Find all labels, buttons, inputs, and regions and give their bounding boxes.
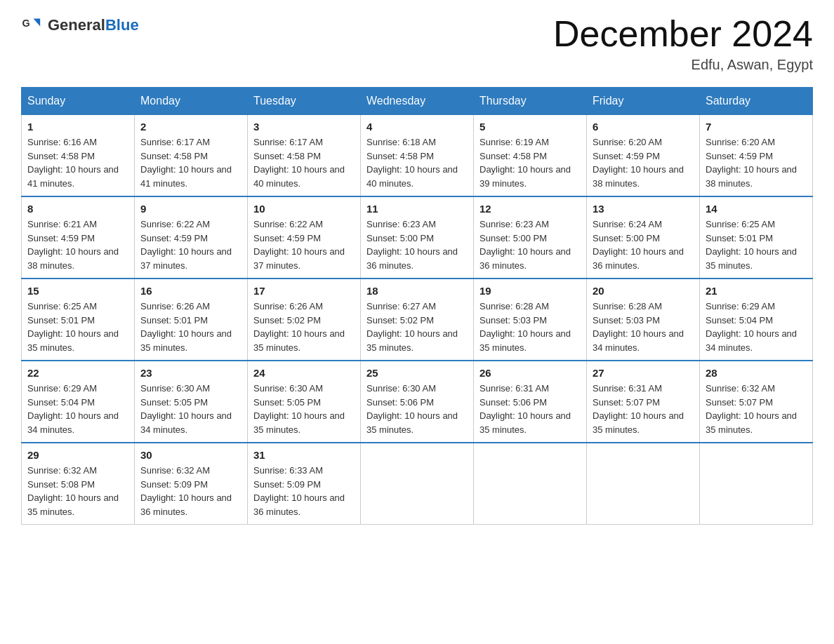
header-saturday: Saturday bbox=[700, 88, 813, 115]
sun-info: Sunrise: 6:30 AMSunset: 5:05 PMDaylight:… bbox=[140, 383, 232, 435]
day-number: 10 bbox=[253, 203, 355, 215]
calendar-cell: 20 Sunrise: 6:28 AMSunset: 5:03 PMDaylig… bbox=[587, 279, 700, 361]
logo-icon: G bbox=[21, 14, 44, 36]
week-row-4: 22 Sunrise: 6:29 AMSunset: 5:04 PMDaylig… bbox=[22, 361, 813, 443]
calendar-cell: 5 Sunrise: 6:19 AMSunset: 4:58 PMDayligh… bbox=[474, 115, 587, 197]
sun-info: Sunrise: 6:26 AMSunset: 5:02 PMDaylight:… bbox=[253, 301, 345, 353]
calendar-cell: 1 Sunrise: 6:16 AMSunset: 4:58 PMDayligh… bbox=[22, 115, 135, 197]
day-number: 14 bbox=[706, 203, 807, 215]
sun-info: Sunrise: 6:26 AMSunset: 5:01 PMDaylight:… bbox=[140, 301, 232, 353]
day-number: 11 bbox=[366, 203, 468, 215]
sun-info: Sunrise: 6:25 AMSunset: 5:01 PMDaylight:… bbox=[27, 301, 119, 353]
sun-info: Sunrise: 6:22 AMSunset: 4:59 PMDaylight:… bbox=[253, 219, 345, 271]
calendar-cell: 15 Sunrise: 6:25 AMSunset: 5:01 PMDaylig… bbox=[22, 279, 135, 361]
calendar-cell: 22 Sunrise: 6:29 AMSunset: 5:04 PMDaylig… bbox=[22, 361, 135, 443]
day-number: 13 bbox=[593, 203, 694, 215]
sun-info: Sunrise: 6:32 AMSunset: 5:08 PMDaylight:… bbox=[27, 465, 119, 517]
day-number: 9 bbox=[140, 203, 241, 215]
calendar-cell: 11 Sunrise: 6:23 AMSunset: 5:00 PMDaylig… bbox=[361, 196, 474, 279]
header-wednesday: Wednesday bbox=[361, 88, 474, 115]
calendar-cell: 9 Sunrise: 6:22 AMSunset: 4:59 PMDayligh… bbox=[135, 196, 248, 279]
calendar-cell bbox=[700, 443, 813, 525]
day-number: 15 bbox=[27, 285, 128, 297]
day-number: 18 bbox=[366, 285, 468, 297]
day-number: 8 bbox=[27, 203, 128, 215]
svg-marker-1 bbox=[34, 18, 41, 26]
calendar-cell: 23 Sunrise: 6:30 AMSunset: 5:05 PMDaylig… bbox=[135, 361, 248, 443]
sun-info: Sunrise: 6:28 AMSunset: 5:03 PMDaylight:… bbox=[593, 301, 684, 353]
sun-info: Sunrise: 6:19 AMSunset: 4:58 PMDaylight:… bbox=[479, 137, 571, 189]
day-number: 31 bbox=[253, 449, 355, 461]
calendar-cell: 17 Sunrise: 6:26 AMSunset: 5:02 PMDaylig… bbox=[248, 279, 361, 361]
calendar-cell bbox=[587, 443, 700, 525]
sun-info: Sunrise: 6:32 AMSunset: 5:07 PMDaylight:… bbox=[706, 383, 797, 435]
sun-info: Sunrise: 6:17 AMSunset: 4:58 PMDaylight:… bbox=[253, 137, 345, 189]
logo: G GeneralBlue bbox=[21, 14, 139, 36]
logo-general-text: General bbox=[48, 16, 105, 34]
day-number: 27 bbox=[593, 367, 694, 379]
day-number: 4 bbox=[366, 121, 468, 133]
sun-info: Sunrise: 6:20 AMSunset: 4:59 PMDaylight:… bbox=[706, 137, 797, 189]
sun-info: Sunrise: 6:30 AMSunset: 5:05 PMDaylight:… bbox=[253, 383, 345, 435]
calendar-cell: 27 Sunrise: 6:31 AMSunset: 5:07 PMDaylig… bbox=[587, 361, 700, 443]
day-number: 6 bbox=[593, 121, 694, 133]
calendar-cell: 18 Sunrise: 6:27 AMSunset: 5:02 PMDaylig… bbox=[361, 279, 474, 361]
calendar-cell: 26 Sunrise: 6:31 AMSunset: 5:06 PMDaylig… bbox=[474, 361, 587, 443]
calendar-cell: 3 Sunrise: 6:17 AMSunset: 4:58 PMDayligh… bbox=[248, 115, 361, 197]
day-number: 29 bbox=[27, 449, 128, 461]
calendar-cell: 14 Sunrise: 6:25 AMSunset: 5:01 PMDaylig… bbox=[700, 196, 813, 279]
sun-info: Sunrise: 6:24 AMSunset: 5:00 PMDaylight:… bbox=[593, 219, 684, 271]
day-number: 26 bbox=[479, 367, 581, 379]
day-number: 3 bbox=[253, 121, 355, 133]
location: Edfu, Aswan, Egypt bbox=[553, 57, 813, 73]
day-number: 30 bbox=[140, 449, 241, 461]
calendar-cell bbox=[474, 443, 587, 525]
calendar-cell: 8 Sunrise: 6:21 AMSunset: 4:59 PMDayligh… bbox=[22, 196, 135, 279]
week-row-3: 15 Sunrise: 6:25 AMSunset: 5:01 PMDaylig… bbox=[22, 279, 813, 361]
day-number: 24 bbox=[253, 367, 355, 379]
week-row-1: 1 Sunrise: 6:16 AMSunset: 4:58 PMDayligh… bbox=[22, 115, 813, 197]
day-number: 17 bbox=[253, 285, 355, 297]
day-number: 12 bbox=[479, 203, 581, 215]
calendar-cell: 29 Sunrise: 6:32 AMSunset: 5:08 PMDaylig… bbox=[22, 443, 135, 525]
sun-info: Sunrise: 6:21 AMSunset: 4:59 PMDaylight:… bbox=[27, 219, 119, 271]
header-friday: Friday bbox=[587, 88, 700, 115]
page-header: G GeneralBlue December 2024 Edfu, Aswan,… bbox=[21, 14, 813, 73]
sun-info: Sunrise: 6:18 AMSunset: 4:58 PMDaylight:… bbox=[366, 137, 458, 189]
calendar-cell: 31 Sunrise: 6:33 AMSunset: 5:09 PMDaylig… bbox=[248, 443, 361, 525]
sun-info: Sunrise: 6:28 AMSunset: 5:03 PMDaylight:… bbox=[479, 301, 571, 353]
day-number: 1 bbox=[27, 121, 128, 133]
sun-info: Sunrise: 6:33 AMSunset: 5:09 PMDaylight:… bbox=[253, 465, 345, 517]
calendar-cell: 30 Sunrise: 6:32 AMSunset: 5:09 PMDaylig… bbox=[135, 443, 248, 525]
day-number: 5 bbox=[479, 121, 581, 133]
day-number: 16 bbox=[140, 285, 241, 297]
sun-info: Sunrise: 6:25 AMSunset: 5:01 PMDaylight:… bbox=[706, 219, 797, 271]
calendar-cell bbox=[361, 443, 474, 525]
sun-info: Sunrise: 6:29 AMSunset: 5:04 PMDaylight:… bbox=[27, 383, 119, 435]
calendar-cell: 25 Sunrise: 6:30 AMSunset: 5:06 PMDaylig… bbox=[361, 361, 474, 443]
day-number: 7 bbox=[706, 121, 807, 133]
day-number: 20 bbox=[593, 285, 694, 297]
header-thursday: Thursday bbox=[474, 88, 587, 115]
calendar-cell: 2 Sunrise: 6:17 AMSunset: 4:58 PMDayligh… bbox=[135, 115, 248, 197]
calendar-header-row: SundayMondayTuesdayWednesdayThursdayFrid… bbox=[22, 88, 813, 115]
sun-info: Sunrise: 6:23 AMSunset: 5:00 PMDaylight:… bbox=[366, 219, 458, 271]
week-row-2: 8 Sunrise: 6:21 AMSunset: 4:59 PMDayligh… bbox=[22, 196, 813, 279]
calendar-cell: 7 Sunrise: 6:20 AMSunset: 4:59 PMDayligh… bbox=[700, 115, 813, 197]
sun-info: Sunrise: 6:32 AMSunset: 5:09 PMDaylight:… bbox=[140, 465, 232, 517]
title-block: December 2024 Edfu, Aswan, Egypt bbox=[553, 14, 813, 73]
sun-info: Sunrise: 6:16 AMSunset: 4:58 PMDaylight:… bbox=[27, 137, 119, 189]
sun-info: Sunrise: 6:17 AMSunset: 4:58 PMDaylight:… bbox=[140, 137, 232, 189]
calendar-cell: 16 Sunrise: 6:26 AMSunset: 5:01 PMDaylig… bbox=[135, 279, 248, 361]
header-sunday: Sunday bbox=[22, 88, 135, 115]
sun-info: Sunrise: 6:23 AMSunset: 5:00 PMDaylight:… bbox=[479, 219, 571, 271]
calendar-cell: 21 Sunrise: 6:29 AMSunset: 5:04 PMDaylig… bbox=[700, 279, 813, 361]
calendar-cell: 28 Sunrise: 6:32 AMSunset: 5:07 PMDaylig… bbox=[700, 361, 813, 443]
week-row-5: 29 Sunrise: 6:32 AMSunset: 5:08 PMDaylig… bbox=[22, 443, 813, 525]
logo-blue-text: Blue bbox=[105, 16, 139, 34]
sun-info: Sunrise: 6:31 AMSunset: 5:06 PMDaylight:… bbox=[479, 383, 571, 435]
day-number: 23 bbox=[140, 367, 241, 379]
sun-info: Sunrise: 6:31 AMSunset: 5:07 PMDaylight:… bbox=[593, 383, 684, 435]
month-title: December 2024 bbox=[553, 14, 813, 54]
sun-info: Sunrise: 6:20 AMSunset: 4:59 PMDaylight:… bbox=[593, 137, 684, 189]
